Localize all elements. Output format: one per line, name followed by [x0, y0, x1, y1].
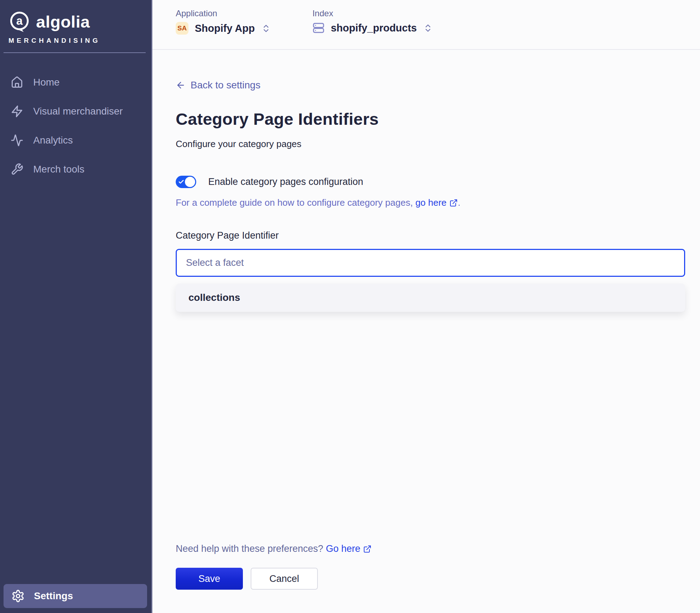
- sidebar-divider: [4, 52, 146, 53]
- external-link-icon: [449, 199, 458, 207]
- brand-name: algolia: [36, 12, 90, 31]
- save-button[interactable]: Save: [176, 568, 243, 590]
- index-selector[interactable]: shopify_products: [313, 22, 433, 34]
- page-title: Category Page Identifiers: [176, 109, 685, 129]
- footer-actions: Need help with these preferences? Go her…: [152, 543, 700, 613]
- check-icon: [178, 179, 184, 185]
- enable-category-pages-toggle[interactable]: [176, 176, 196, 188]
- sidebar-item-label: Settings: [34, 590, 73, 602]
- wrench-icon: [11, 163, 23, 176]
- page-subtitle: Configure your category pages: [176, 139, 685, 150]
- chevrons-up-down-icon: [261, 24, 271, 33]
- settings-content: Back to settings Category Page Identifie…: [152, 50, 700, 543]
- guide-suffix: .: [458, 197, 460, 208]
- sidebar-item-home[interactable]: Home: [0, 68, 151, 97]
- app-root: a algolia MERCHANDISING Home: [0, 0, 700, 613]
- svg-text:a: a: [16, 14, 23, 27]
- sidebar-item-label: Analytics: [33, 135, 73, 146]
- sidebar-item-merch-tools[interactable]: Merch tools: [0, 155, 151, 184]
- application-badge: SA: [176, 22, 188, 35]
- application-value: Shopify App: [195, 23, 255, 34]
- arrow-left-icon: [176, 80, 186, 90]
- brand: a algolia MERCHANDISING: [0, 0, 151, 45]
- facet-select-input[interactable]: [176, 249, 685, 277]
- chevrons-up-down-icon: [423, 23, 433, 33]
- activity-icon: [11, 134, 23, 147]
- guide-line: For a complete guide on how to configure…: [176, 197, 685, 208]
- sidebar-item-label: Merch tools: [33, 164, 84, 175]
- sidebar-nav: Home Visual merchandiser Analytics: [0, 68, 151, 184]
- application-label: Application: [176, 8, 271, 18]
- sidebar-item-settings[interactable]: Settings: [4, 584, 147, 608]
- sidebar-spacer: [0, 184, 151, 584]
- index-value: shopify_products: [331, 22, 417, 34]
- lightning-icon: [11, 105, 23, 118]
- facet-dropdown: collections: [176, 284, 685, 312]
- index-label: Index: [313, 8, 433, 18]
- guide-text: For a complete guide on how to configure…: [176, 197, 413, 208]
- sidebar: a algolia MERCHANDISING Home: [0, 0, 152, 613]
- help-text: Need help with these preferences?: [176, 543, 323, 554]
- guide-go-here-link[interactable]: go here: [415, 197, 458, 208]
- index-selector-group: Index shopify_products: [313, 8, 433, 34]
- toggle-label: Enable category pages configuration: [208, 176, 363, 187]
- application-selector[interactable]: SA Shopify App: [176, 22, 271, 35]
- sidebar-item-label: Visual merchandiser: [33, 106, 123, 117]
- help-go-here-link[interactable]: Go here: [326, 543, 372, 554]
- toggle-knob: [185, 177, 195, 187]
- algolia-logo-icon: a: [8, 11, 30, 33]
- cancel-button[interactable]: Cancel: [251, 568, 318, 590]
- sidebar-item-label: Home: [33, 77, 60, 88]
- sidebar-item-analytics[interactable]: Analytics: [0, 126, 151, 155]
- help-line: Need help with these preferences? Go her…: [176, 543, 685, 554]
- back-to-settings-link[interactable]: Back to settings: [176, 80, 261, 91]
- brand-subtitle: MERCHANDISING: [8, 37, 144, 45]
- home-icon: [11, 76, 23, 89]
- enable-toggle-row: Enable category pages configuration: [176, 176, 685, 188]
- server-icon: [313, 22, 325, 34]
- external-link-icon: [363, 545, 372, 553]
- topbar: Application SA Shopify App Index: [152, 0, 700, 50]
- main-area: Application SA Shopify App Index: [152, 0, 700, 613]
- gear-icon: [11, 589, 25, 603]
- dropdown-option-collections[interactable]: collections: [176, 284, 685, 312]
- facet-field-label: Category Page Identifier: [176, 230, 685, 241]
- application-selector-group: Application SA Shopify App: [176, 8, 271, 35]
- back-link-label: Back to settings: [191, 80, 261, 91]
- sidebar-item-visual-merchandiser[interactable]: Visual merchandiser: [0, 97, 151, 126]
